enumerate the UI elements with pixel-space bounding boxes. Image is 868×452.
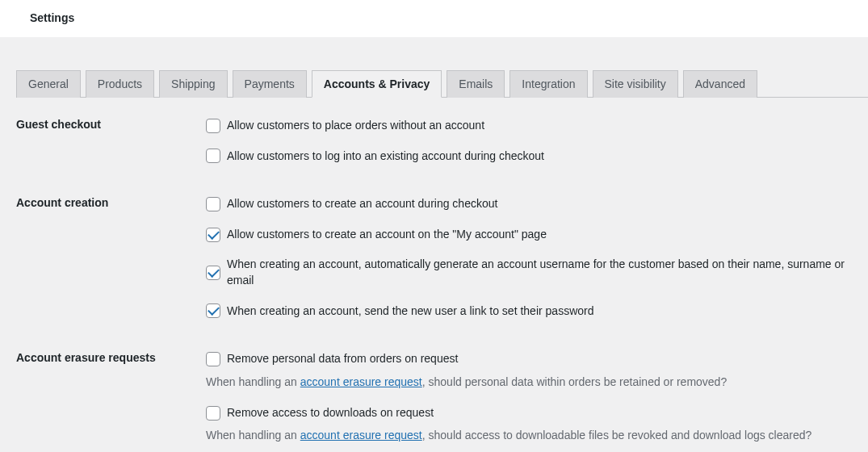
- settings-form: Guest checkout Allow customers to place …: [16, 118, 868, 444]
- option-row: When creating an account, automatically …: [206, 257, 868, 288]
- option-row: Remove personal data from orders on requ…: [206, 351, 868, 367]
- option-row: Allow customers to place orders without …: [206, 118, 868, 134]
- erasure-request-link[interactable]: account erasure request: [300, 429, 422, 442]
- checkbox-label[interactable]: Remove personal data from orders on requ…: [227, 351, 458, 367]
- section-account-erasure: Account erasure requests Remove personal…: [16, 351, 868, 444]
- checkbox-label[interactable]: When creating an account, automatically …: [227, 257, 868, 288]
- option-row: Remove access to downloads on request: [206, 405, 868, 421]
- tab-advanced[interactable]: Advanced: [683, 70, 757, 98]
- checkbox-remove-personal-data[interactable]: [206, 352, 220, 366]
- checkbox-password-link[interactable]: [206, 303, 220, 318]
- section-title: Guest checkout: [16, 118, 206, 131]
- option-row: Allow customers to create an account dur…: [206, 196, 868, 212]
- tab-site-visibility[interactable]: Site visibility: [593, 70, 678, 98]
- erasure-request-link[interactable]: account erasure request: [300, 375, 422, 388]
- section-title: Account erasure requests: [16, 351, 206, 364]
- checkbox-label[interactable]: Allow customers to create an account on …: [227, 227, 547, 243]
- tab-general[interactable]: General: [16, 70, 81, 98]
- settings-tabs: General Products Shipping Payments Accou…: [16, 69, 868, 98]
- tab-emails[interactable]: Emails: [447, 70, 505, 98]
- checkbox-create-checkout[interactable]: [206, 197, 220, 211]
- page-title: Settings: [30, 11, 74, 24]
- tab-accounts-privacy[interactable]: Accounts & Privacy: [312, 70, 442, 98]
- checkbox-label[interactable]: Remove access to downloads on request: [227, 405, 434, 421]
- tab-products[interactable]: Products: [86, 70, 154, 98]
- tab-shipping[interactable]: Shipping: [159, 70, 228, 98]
- option-description: When handling an account erasure request…: [206, 427, 868, 444]
- checkbox-label[interactable]: Allow customers to create an account dur…: [227, 196, 497, 212]
- checkbox-label[interactable]: Allow customers to log into an existing …: [227, 149, 544, 165]
- option-row: When creating an account, send the new u…: [206, 303, 868, 320]
- checkbox-auto-username[interactable]: [206, 266, 220, 280]
- option-row: Allow customers to log into an existing …: [206, 149, 868, 165]
- section-guest-checkout: Guest checkout Allow customers to place …: [16, 118, 868, 164]
- checkbox-create-myaccount[interactable]: [206, 228, 220, 242]
- section-account-creation: Account creation Allow customers to crea…: [16, 196, 868, 319]
- checkbox-guest-orders[interactable]: [206, 119, 220, 133]
- option-description: When handling an account erasure request…: [206, 374, 868, 391]
- page-header: Settings: [0, 0, 868, 37]
- checkbox-label[interactable]: When creating an account, send the new u…: [227, 303, 593, 320]
- tab-integration[interactable]: Integration: [509, 70, 587, 98]
- checkbox-label[interactable]: Allow customers to place orders without …: [227, 118, 484, 134]
- checkbox-login-checkout[interactable]: [206, 149, 220, 163]
- section-title: Account creation: [16, 196, 206, 209]
- tab-payments[interactable]: Payments: [233, 70, 307, 98]
- option-row: Allow customers to create an account on …: [206, 227, 868, 243]
- content-area: General Products Shipping Payments Accou…: [0, 69, 868, 452]
- checkbox-remove-downloads[interactable]: [206, 406, 220, 421]
